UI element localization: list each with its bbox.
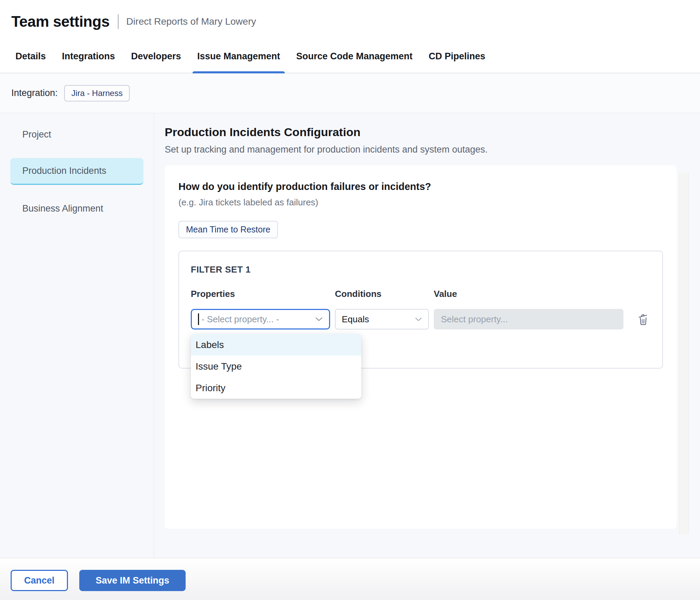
dropdown-option-issue-type[interactable]: Issue Type [191, 356, 361, 377]
property-select[interactable]: - Select property... - [191, 309, 330, 329]
save-button[interactable]: Save IM Settings [79, 570, 186, 591]
trash-icon [638, 313, 649, 325]
sidebar: Project Production Incidents Business Al… [0, 113, 154, 558]
sidebar-item-project[interactable]: Project [10, 121, 143, 148]
column-label-value: Value [434, 289, 623, 299]
body-area: Project Production Incidents Business Al… [0, 113, 700, 558]
main-content: Production Incidents Configuration Set u… [154, 113, 700, 558]
tab-integrations[interactable]: Integrations [62, 51, 115, 73]
tab-cd-pipelines[interactable]: CD Pipelines [429, 51, 485, 73]
integration-label: Integration: [11, 88, 58, 98]
mean-time-to-restore-chip[interactable]: Mean Time to Restore [178, 221, 278, 238]
property-dropdown-menu: Labels Issue Type Priority [191, 334, 361, 399]
title-divider [118, 14, 119, 29]
question-heading: How do you identify production failures … [178, 181, 663, 192]
sidebar-item-business-alignment[interactable]: Business Alignment [10, 195, 143, 222]
tab-source-code-management[interactable]: Source Code Management [296, 51, 412, 73]
question-hint: (e.g. Jira tickets labeled as failures) [178, 197, 663, 208]
integration-chip[interactable]: Jira - Harness [64, 85, 130, 101]
footer-bar: Cancel Save IM Settings [0, 558, 700, 600]
filter-row: - Select property... - Equals [191, 309, 651, 329]
delete-filter-button[interactable] [638, 313, 649, 325]
chevron-down-icon [415, 317, 422, 322]
scrollbar-track[interactable] [679, 173, 689, 534]
section-title: Production Incidents Configuration [165, 125, 700, 139]
page-title: Team settings [11, 13, 109, 30]
incidents-config-card: How do you identify production failures … [165, 165, 677, 529]
tab-details[interactable]: Details [15, 51, 46, 73]
tab-developers[interactable]: Developers [131, 51, 181, 73]
section-subtitle: Set up tracking and management for produ… [165, 144, 700, 155]
column-label-properties: Properties [191, 289, 330, 299]
filter-set-title: FILTER SET 1 [191, 264, 651, 275]
filter-set-card: FILTER SET 1 Properties Conditions Value… [178, 251, 663, 369]
condition-select-value: Equals [342, 314, 369, 325]
integration-bar: Integration: Jira - Harness [0, 73, 700, 113]
page: Team settings Direct Reports of Mary Low… [0, 0, 700, 600]
header: Team settings Direct Reports of Mary Low… [0, 0, 700, 41]
chevron-down-icon [315, 317, 323, 322]
filter-column-labels: Properties Conditions Value [191, 289, 651, 299]
tab-bar: Details Integrations Developers Issue Ma… [0, 41, 700, 73]
value-input[interactable] [434, 309, 623, 329]
page-subtitle: Direct Reports of Mary Lowery [126, 16, 256, 27]
property-select-placeholder: - Select property... - [201, 314, 279, 325]
dropdown-option-labels[interactable]: Labels [191, 334, 361, 356]
dropdown-option-priority[interactable]: Priority [191, 377, 361, 399]
condition-select[interactable]: Equals [335, 309, 429, 329]
column-label-conditions: Conditions [335, 289, 429, 299]
cancel-button[interactable]: Cancel [11, 570, 68, 591]
sidebar-item-production-incidents[interactable]: Production Incidents [10, 158, 143, 185]
text-cursor [198, 313, 199, 325]
tab-issue-management[interactable]: Issue Management [197, 51, 280, 73]
